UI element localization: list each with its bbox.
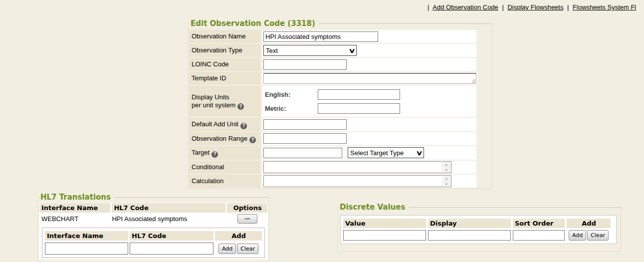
calculation-textarea[interactable]: ˄ ˅ xyxy=(263,175,451,187)
hl7-row-interface-name: WEBCHART xyxy=(39,215,112,223)
display-units-label: Display Units per unit system? xyxy=(189,86,260,117)
observation-range-label: Observation Range xyxy=(192,135,247,142)
discrete-add-button[interactable]: Add xyxy=(569,230,586,241)
row-observation-type: Observation Type Text ∨ xyxy=(189,44,476,57)
english-unit-input[interactable] xyxy=(318,89,400,100)
observation-type-selected-value: Text xyxy=(266,47,278,54)
minus-icon: — xyxy=(244,215,250,222)
hl7-row-hl7-code: HPI Associated symptoms xyxy=(112,215,227,223)
metric-unit-line: Metric: xyxy=(263,101,475,115)
row-observation-name: Observation Name xyxy=(189,30,476,43)
nav-link-display-flowsheets[interactable]: Display Flowsheets xyxy=(507,3,563,11)
row-observation-range: Observation Range? xyxy=(189,132,476,146)
scrollbar[interactable]: ˄ ˅ xyxy=(442,176,450,186)
hl7-add-form-header: Interface Name HL7 Code Add xyxy=(45,231,262,241)
nav-link-add-observation-code[interactable]: Add Observation Code xyxy=(432,3,498,11)
discrete-clear-button[interactable]: Clear xyxy=(587,230,609,241)
nav-separator: | xyxy=(500,3,505,11)
observation-type-select[interactable]: Text ∨ xyxy=(263,45,357,56)
hl7-code-input[interactable] xyxy=(130,243,214,255)
default-add-unit-input[interactable] xyxy=(263,119,347,130)
display-units-label-line1: Display Units xyxy=(192,93,259,101)
form-title: Edit Observation Code (3318) xyxy=(190,19,319,28)
observation-name-input[interactable] xyxy=(263,31,378,42)
metric-unit-input[interactable] xyxy=(318,103,400,114)
target-label: Target xyxy=(192,149,210,156)
english-unit-label: English: xyxy=(263,91,318,98)
row-default-add-unit: Default Add Unit? xyxy=(189,118,476,131)
template-id-textarea[interactable] xyxy=(263,73,476,84)
hl7-interface-name-input[interactable] xyxy=(45,243,128,255)
hl7-add-col-add: Add xyxy=(215,231,262,241)
display-units-label-line2: per unit system xyxy=(192,101,235,109)
nav-separator: | xyxy=(565,3,571,11)
row-loinc-code: LOINC Code xyxy=(189,58,476,71)
hl7-add-col-hl7-code: HL7 Code xyxy=(130,231,214,241)
row-conditional: Conditional ˄ ˅ xyxy=(189,161,476,174)
remove-translation-button[interactable]: — xyxy=(237,214,257,224)
target-type-select[interactable]: Select Target Type ∨ xyxy=(348,147,424,158)
hl7-panel: Interface Name HL7 Code Options WEBCHART… xyxy=(39,203,268,260)
scroll-up-icon[interactable]: ˄ xyxy=(445,163,447,168)
help-icon[interactable]: ? xyxy=(212,151,218,158)
discrete-values-header: Value Display Sort Order Add xyxy=(343,219,614,228)
discrete-col-display: Display xyxy=(428,219,511,228)
hl7-table-header: Interface Name HL7 Code Options xyxy=(39,203,267,213)
hl7-translations-title: HL7 Translations xyxy=(39,193,115,202)
discrete-sort-order-input[interactable] xyxy=(513,230,565,241)
top-nav: | Add Observation Code | Display Flowshe… xyxy=(426,3,636,11)
template-id-label: Template ID xyxy=(189,72,260,85)
observation-name-label: Observation Name xyxy=(189,30,260,43)
nav-link-flowsheets-system[interactable]: Flowsheets System Fl xyxy=(573,3,636,11)
conditional-label: Conditional xyxy=(189,161,260,174)
discrete-col-add: Add xyxy=(567,219,611,228)
hl7-add-col-interface-name: Interface Name xyxy=(45,231,128,241)
discrete-values-title: Discrete Values xyxy=(339,203,409,212)
hl7-add-button[interactable]: Add xyxy=(218,244,236,254)
nav-separator: | xyxy=(426,3,431,11)
english-unit-line: English: xyxy=(263,87,475,101)
loinc-code-input[interactable] xyxy=(263,59,347,70)
page: { "nav": { "separator": "|", "links": [ … xyxy=(0,0,644,262)
hl7-col-options: Options xyxy=(227,203,267,213)
table-row: WEBCHART HPI Associated symptoms — xyxy=(39,213,267,224)
help-icon[interactable]: ? xyxy=(237,103,244,110)
row-calculation: Calculation ˄ ˅ xyxy=(189,175,476,188)
scroll-down-icon[interactable]: ˅ xyxy=(445,168,447,173)
chevron-down-icon: ∨ xyxy=(349,47,356,54)
hl7-col-interface-name: Interface Name xyxy=(39,203,110,213)
row-template-id: Template ID xyxy=(189,72,476,85)
chevron-down-icon: ∨ xyxy=(416,150,423,156)
row-target: Target? Select Target Type ∨ xyxy=(189,146,476,160)
row-display-units: Display Units per unit system? English: … xyxy=(189,86,476,117)
help-icon[interactable]: ? xyxy=(240,123,247,129)
target-type-selected-value: Select Target Type xyxy=(350,149,404,157)
default-add-unit-label: Default Add Unit xyxy=(192,120,238,128)
calculation-label: Calculation xyxy=(189,175,260,188)
edit-observation-code-form: Edit Observation Code (3318) Observation… xyxy=(188,19,492,189)
discrete-values-panel: Value Display Sort Order Add Add Clear xyxy=(340,215,617,244)
discrete-value-input[interactable] xyxy=(343,230,426,241)
hl7-translations-section: HL7 Translations Interface Name HL7 Code… xyxy=(38,193,269,262)
conditional-textarea[interactable]: ˄ ˅ xyxy=(263,161,451,173)
discrete-col-value: Value xyxy=(343,219,426,228)
scroll-up-icon[interactable]: ˄ xyxy=(445,177,447,182)
scroll-down-icon[interactable]: ˅ xyxy=(445,182,447,187)
target-input[interactable] xyxy=(263,148,342,158)
observation-type-label: Observation Type xyxy=(189,44,260,57)
observation-range-input[interactable] xyxy=(263,133,347,144)
discrete-values-section: Discrete Values Value Display Sort Order… xyxy=(337,203,621,252)
scrollbar[interactable]: ˄ ˅ xyxy=(442,162,450,172)
help-icon[interactable]: ? xyxy=(249,137,256,143)
hl7-col-hl7-code: HL7 Code xyxy=(112,203,225,213)
hl7-add-form: Interface Name HL7 Code Add Add Clear xyxy=(42,228,265,258)
form-rows: Observation Name Observation Type Text ∨… xyxy=(189,30,476,188)
loinc-code-label: LOINC Code xyxy=(189,58,260,71)
hl7-clear-button[interactable]: Clear xyxy=(237,244,258,254)
metric-unit-label: Metric: xyxy=(263,105,318,112)
discrete-col-sort-order: Sort Order xyxy=(513,219,565,228)
discrete-display-input[interactable] xyxy=(428,230,511,241)
